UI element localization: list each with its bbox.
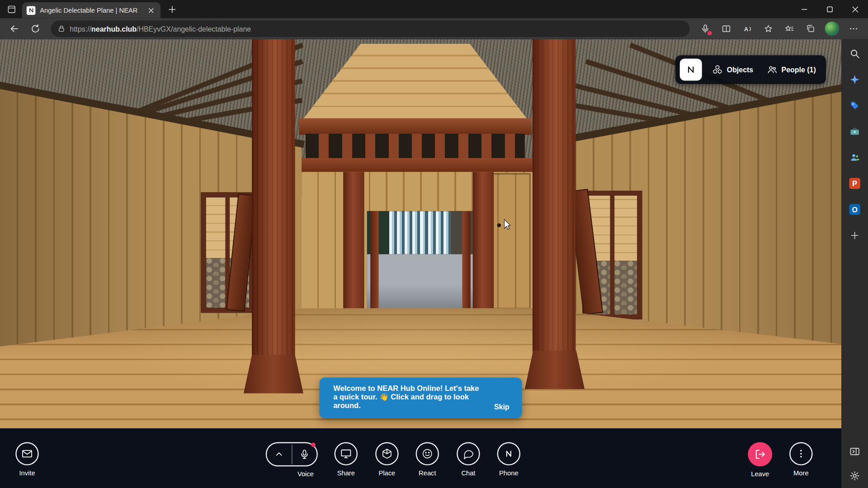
- objects-button[interactable]: Objects: [708, 64, 756, 75]
- tour-message: Welcome to NEAR Hub Online! Let's take a…: [333, 384, 481, 410]
- invite-label: Invite: [19, 469, 35, 477]
- phone-label: Phone: [499, 469, 518, 477]
- skip-button[interactable]: Skip: [494, 403, 509, 411]
- place-button[interactable]: Place: [369, 442, 405, 477]
- tab-close-icon[interactable]: [146, 5, 156, 15]
- browser-toolbar: https://nearhub.club/HBEyvGX/angelic-del…: [0, 18, 868, 39]
- chat-label: Chat: [461, 469, 475, 477]
- maximize-button[interactable]: [817, 0, 842, 18]
- mouse-cursor: [504, 219, 514, 230]
- refresh-button[interactable]: [27, 20, 44, 38]
- sidebar-copilot-icon[interactable]: [847, 72, 862, 87]
- browser-menu-icon[interactable]: [845, 20, 863, 38]
- scene-doorway: [367, 211, 474, 310]
- cube-icon: [375, 442, 398, 465]
- scene-front-pillar: [533, 39, 576, 354]
- near-phone-icon: [497, 442, 520, 465]
- collections-icon[interactable]: [802, 20, 819, 38]
- split-screen-icon[interactable]: [717, 20, 735, 38]
- place-label: Place: [379, 469, 396, 477]
- doorway-scenery: [367, 211, 474, 254]
- scene-gable-posts: [306, 134, 525, 160]
- near-logo-button[interactable]: [680, 59, 702, 81]
- people-button[interactable]: People (1): [763, 64, 819, 75]
- door-knob: [497, 223, 501, 227]
- voice-status-badge: [311, 443, 316, 447]
- favorites-hub-icon[interactable]: [781, 20, 798, 38]
- browser-tab[interactable]: Angelic Delectable Plane | NEAR: [22, 2, 160, 18]
- share-button[interactable]: Share: [328, 442, 363, 477]
- sidebar-add-icon[interactable]: [847, 228, 862, 243]
- leave-label: Leave: [751, 470, 769, 478]
- tab-title: Angelic Delectable Plane | NEAR: [40, 6, 142, 14]
- more-button[interactable]: More: [783, 442, 819, 477]
- voice-search-icon[interactable]: [696, 20, 714, 38]
- share-label: Share: [337, 469, 355, 477]
- sidebar-toggle-icon[interactable]: [847, 444, 862, 459]
- react-button[interactable]: React: [410, 442, 445, 477]
- window-center-bar: [610, 196, 614, 314]
- react-label: React: [419, 469, 436, 477]
- url-text: https://nearhub.club/HBEyvGX/angelic-del…: [70, 24, 251, 33]
- scene-gable-beam: [299, 118, 531, 135]
- sidebar-tools-icon[interactable]: [847, 124, 862, 139]
- read-aloud-icon[interactable]: A: [738, 20, 756, 38]
- page-viewport: Objects People (1) Welcome to NEAR Hub O…: [0, 39, 841, 488]
- sidebar-bottom-group: [841, 444, 868, 483]
- voice-search-badge: [708, 31, 712, 35]
- scene-front-pillar-base: [525, 350, 585, 389]
- phone-button[interactable]: Phone: [491, 442, 526, 477]
- sidebar-search-icon[interactable]: [847, 46, 862, 61]
- window-controls: [792, 0, 868, 18]
- browser-window: Angelic Delectable Plane | NEAR: [0, 0, 868, 488]
- hub-bottom-toolbar: Invite Voice: [0, 428, 841, 488]
- voice-options-button[interactable]: [267, 443, 291, 465]
- scene-back-pillar: [343, 172, 364, 310]
- 3d-scene-canvas[interactable]: [0, 39, 841, 428]
- scene-front-pillar: [252, 39, 295, 358]
- office-tile: P: [849, 178, 860, 189]
- voice-label: Voice: [289, 470, 322, 478]
- close-window-button[interactable]: [843, 0, 868, 18]
- doorway-post: [462, 211, 470, 310]
- back-button[interactable]: [5, 20, 23, 38]
- invite-button[interactable]: Invite: [9, 442, 45, 477]
- tab-actions-menu-icon[interactable]: [5, 3, 18, 15]
- objects-label: Objects: [727, 66, 753, 74]
- doorway-post: [370, 211, 378, 310]
- tour-tooltip: Welcome to NEAR Hub Online! Let's take a…: [320, 377, 522, 418]
- sidebar-outlook-icon[interactable]: O: [847, 202, 862, 217]
- new-tab-button[interactable]: [166, 3, 178, 15]
- svg-text:A: A: [744, 26, 748, 32]
- microphone-icon: [299, 449, 310, 460]
- outlook-letter: O: [852, 205, 857, 213]
- people-icon: [767, 64, 778, 75]
- address-bar[interactable]: https://nearhub.club/HBEyvGX/angelic-del…: [51, 20, 690, 37]
- sidebar-people-icon[interactable]: [847, 150, 862, 165]
- smiley-icon: [416, 442, 439, 465]
- chat-button[interactable]: Chat: [451, 442, 486, 477]
- site-info-icon[interactable]: [57, 25, 65, 33]
- more-label: More: [793, 469, 808, 477]
- envelope-icon: [15, 442, 38, 465]
- scene-front-pillar-base: [244, 355, 303, 394]
- chat-bubble-icon: [457, 442, 480, 465]
- voice-control: [266, 442, 318, 466]
- tab-favicon-icon: [27, 6, 36, 15]
- voice-mute-button[interactable]: [292, 443, 316, 465]
- sidebar-shopping-icon[interactable]: [847, 98, 862, 113]
- minimize-button[interactable]: [792, 0, 817, 18]
- url-protocol: https://: [70, 24, 91, 33]
- sidebar-office-icon[interactable]: P: [847, 176, 862, 191]
- profile-avatar[interactable]: [825, 22, 840, 36]
- url-domain: nearhub.club: [91, 24, 137, 33]
- scene-gable-beam: [296, 158, 534, 173]
- office-letter: P: [852, 179, 857, 188]
- add-favorite-icon[interactable]: [760, 20, 777, 38]
- screen-share-icon: [335, 442, 358, 465]
- objects-icon: [712, 64, 723, 75]
- sidebar-settings-gear-icon[interactable]: [847, 468, 862, 483]
- scene-back-pillar: [473, 172, 494, 310]
- leave-button[interactable]: Leave: [742, 442, 778, 478]
- chevron-up-icon: [274, 449, 284, 459]
